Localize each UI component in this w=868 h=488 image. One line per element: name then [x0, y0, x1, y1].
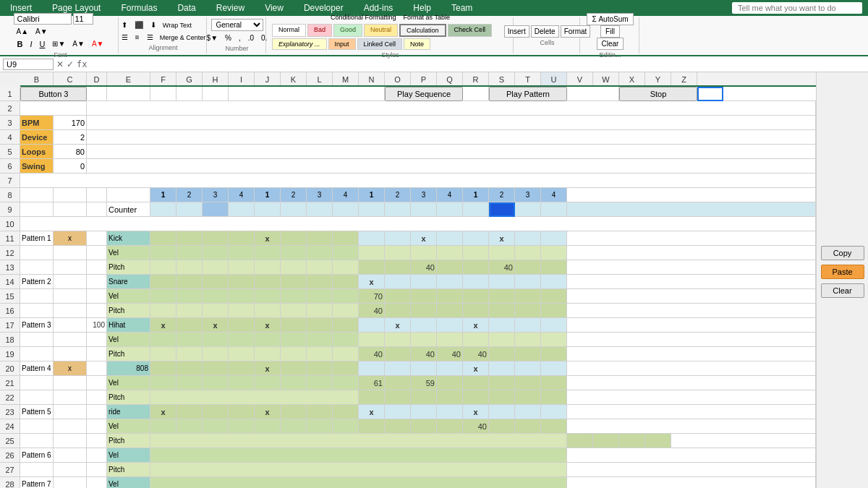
decimal-up-button[interactable]: .0 — [245, 33, 257, 43]
cell-h1[interactable] — [203, 87, 229, 101]
ribbon-tab-review[interactable]: Review — [212, 1, 249, 14]
cell-ijkl1[interactable] — [229, 87, 385, 101]
counter-c3[interactable] — [203, 202, 229, 217]
beat-1-3[interactable]: 3 — [203, 188, 229, 202]
beat-3-4[interactable]: 4 — [437, 188, 463, 202]
ride-13[interactable]: x — [463, 405, 489, 419]
beat-3-3[interactable]: 3 — [411, 188, 437, 202]
ride-vel[interactable]: Vel — [107, 419, 150, 434]
cell-rq1[interactable] — [567, 87, 619, 101]
cell-f1[interactable] — [150, 87, 176, 101]
counter-c5[interactable] — [255, 202, 281, 217]
hh-pitch-40-2[interactable]: 40 — [411, 347, 437, 361]
k1-11[interactable]: x — [411, 231, 437, 246]
device-label[interactable]: Device — [20, 130, 54, 145]
beat-2-3[interactable]: 3 — [307, 188, 333, 202]
autosum-button[interactable]: Σ AutoSum — [587, 13, 633, 25]
align-top-button[interactable]: ⬆ — [119, 20, 130, 30]
beat-1-4[interactable]: 4 — [229, 188, 255, 202]
snare-vel-70[interactable]: 70 — [359, 289, 385, 304]
confirm-formula-icon[interactable]: ✓ — [67, 59, 74, 69]
k1-9[interactable] — [359, 231, 385, 246]
k1-4[interactable] — [229, 231, 255, 246]
format-select[interactable]: General — [211, 19, 263, 31]
formula-input[interactable] — [90, 60, 865, 69]
p7-vel[interactable]: Vel — [107, 477, 150, 488]
p7-label[interactable]: Pattern 7 — [20, 477, 54, 488]
insert-button[interactable]: Insert — [504, 25, 529, 38]
beat-4-4[interactable]: 4 — [541, 188, 567, 202]
hh-13[interactable]: x — [463, 318, 489, 333]
p6-pitch[interactable]: Pitch — [107, 463, 150, 477]
fill-color-button[interactable]: A▼ — [69, 38, 88, 50]
style-normal[interactable]: Normal — [272, 24, 306, 37]
snare-pitch-label[interactable]: Pitch — [107, 304, 150, 318]
808-pitch[interactable]: Pitch — [107, 390, 150, 405]
p6-vel[interactable]: Vel — [107, 448, 150, 463]
p1-label[interactable]: Pattern 1 — [20, 231, 54, 246]
swing-label[interactable]: Swing — [20, 159, 54, 174]
k1-8[interactable] — [333, 231, 359, 246]
counter-c4[interactable] — [229, 202, 255, 217]
border-button[interactable]: ⊞▼ — [49, 38, 68, 50]
clear-ribbon-button[interactable]: Clear — [597, 38, 624, 50]
cancel-formula-icon[interactable]: ✕ — [56, 59, 64, 69]
808-vel-61[interactable]: 61 — [359, 376, 385, 390]
cell-d1[interactable] — [87, 87, 107, 101]
italic-button[interactable]: I — [27, 38, 35, 50]
beat-4-2[interactable]: 2 — [489, 188, 515, 202]
font-color-button[interactable]: A▼ — [89, 38, 107, 50]
snare-x[interactable]: x — [359, 275, 385, 289]
snare-label[interactable]: Snare — [107, 275, 150, 289]
insert-function-icon[interactable]: fx — [77, 59, 87, 69]
ride-vel-40[interactable]: 40 — [463, 419, 489, 434]
counter-c16[interactable] — [541, 202, 567, 217]
beat-2-4[interactable]: 4 — [333, 188, 359, 202]
font-size-input[interactable] — [73, 13, 93, 25]
conditional-formatting-btn[interactable]: Conditional Formatting — [328, 12, 399, 22]
counter-c11[interactable] — [411, 202, 437, 217]
bpm-label[interactable]: BPM — [20, 116, 54, 130]
kick-label[interactable]: Kick — [107, 231, 150, 246]
align-right-button[interactable]: ☰ — [144, 32, 156, 43]
style-input[interactable]: Input — [328, 38, 356, 50]
style-note[interactable]: Note — [404, 38, 430, 50]
hihat-pitch[interactable]: Pitch — [107, 347, 150, 361]
k1-1[interactable] — [150, 231, 176, 246]
cell-bc2[interactable] — [20, 101, 87, 116]
p3-label[interactable]: Pattern 3 — [20, 318, 54, 333]
beat-2-2[interactable]: 2 — [281, 188, 307, 202]
cell-u1-selected[interactable] — [697, 87, 723, 101]
currency-button[interactable]: $▼ — [204, 33, 221, 43]
style-calculation[interactable]: Calculation — [399, 24, 446, 37]
p4-label[interactable]: Pattern 4 — [20, 361, 54, 376]
font-shrink-button[interactable]: A▼ — [33, 26, 51, 37]
p1-x-marker[interactable]: x — [54, 231, 87, 246]
counter-label[interactable]: Counter — [107, 202, 150, 217]
ride-pitch[interactable]: Pitch — [107, 434, 150, 448]
align-left-button[interactable]: ☰ — [119, 32, 131, 43]
underline-button[interactable]: U — [37, 38, 48, 50]
counter-c2[interactable] — [176, 202, 203, 217]
style-check-cell[interactable]: Check Cell — [448, 24, 493, 37]
counter-c13[interactable] — [463, 202, 489, 217]
beat-2-1[interactable]: 1 — [255, 188, 281, 202]
ride-label[interactable]: ride — [107, 405, 150, 419]
counter-c9[interactable] — [359, 202, 385, 217]
name-box[interactable] — [3, 59, 54, 70]
search-input[interactable] — [732, 2, 862, 14]
p3-value[interactable]: 100 — [87, 318, 107, 333]
ride-5[interactable]: x — [255, 405, 281, 419]
align-middle-button[interactable]: ⬛ — [132, 20, 146, 30]
delete-button[interactable]: Delete — [531, 25, 559, 38]
808-vel[interactable]: Vel — [107, 376, 150, 390]
clear-button[interactable]: Clear — [821, 283, 864, 298]
hh-pitch-40-3[interactable]: 40 — [437, 347, 463, 361]
hh-pitch-40-4[interactable]: 40 — [463, 347, 489, 361]
hh-10[interactable]: x — [385, 318, 411, 333]
beat-3-1[interactable]: 1 — [359, 188, 385, 202]
cell-rest2[interactable] — [87, 101, 816, 116]
counter-c12[interactable] — [437, 202, 463, 217]
808-vel-59[interactable]: 59 — [411, 376, 437, 390]
ribbon-tab-data[interactable]: Data — [173, 1, 200, 14]
